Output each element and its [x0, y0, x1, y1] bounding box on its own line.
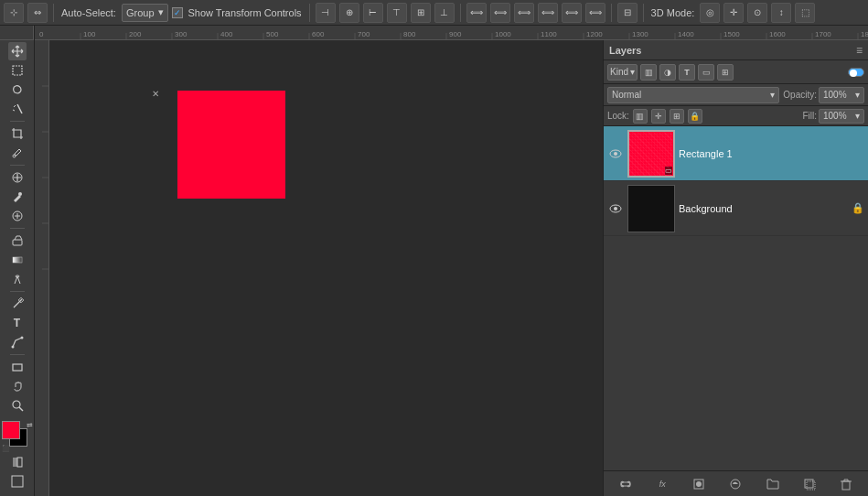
- move-tool-btn[interactable]: [8, 42, 27, 60]
- transform-icon[interactable]: ⇔: [27, 3, 48, 23]
- type-tool-btn[interactable]: T: [8, 314, 27, 332]
- fill-value[interactable]: 100% ▾: [819, 109, 864, 124]
- svg-text:1800: 1800: [861, 30, 868, 38]
- shape-tool-btn[interactable]: [8, 358, 27, 376]
- dodge-tool-btn[interactable]: [8, 270, 27, 288]
- align-center-v-icon[interactable]: ⊞: [411, 3, 431, 23]
- layer-fx-btn[interactable]: fx: [652, 474, 672, 494]
- fg-color-swatch[interactable]: [2, 421, 20, 439]
- layer-group-btn[interactable]: [763, 474, 783, 494]
- filter-shape-btn[interactable]: ▭: [698, 64, 714, 81]
- tool-options-icon[interactable]: ⊹: [4, 3, 24, 23]
- svg-line-18: [19, 407, 23, 411]
- path-select-tool-btn[interactable]: [8, 333, 27, 351]
- align-top-icon[interactable]: ⊤: [387, 3, 407, 23]
- align-right-icon[interactable]: ⊢: [363, 3, 383, 23]
- fill-control: Fill: 100% ▾: [802, 109, 864, 124]
- opacity-value[interactable]: 100% ▾: [819, 87, 864, 103]
- toolbar-separator-4: [611, 4, 612, 22]
- svg-line-3: [13, 110, 15, 111]
- tool-separator-3: [10, 228, 25, 229]
- arrange-icon[interactable]: ⊟: [617, 3, 638, 23]
- svg-text:1300: 1300: [632, 30, 648, 38]
- toolbar-separator-5: [643, 4, 644, 22]
- main-content: 0 100 200 300 400 500 600: [35, 26, 868, 496]
- layer-row-background[interactable]: Background 🔒: [604, 181, 868, 236]
- thumb-type-icon: ▭: [665, 167, 672, 175]
- layers-lockfill-row: Lock: ▥ ✛ ⊞ 🔒 Fill: 100% ▾: [604, 106, 868, 126]
- 3d-slide-icon[interactable]: ↕: [771, 3, 791, 23]
- show-transform-checkbox[interactable]: [172, 7, 183, 18]
- layers-blend-row: Normal ▾ Opacity: 100% ▾: [604, 84, 868, 106]
- align-bottom-icon[interactable]: ⊥: [434, 3, 455, 23]
- layers-filter-bar: Kind ▾ ▥ ◑ T ▭ ⊞: [604, 60, 868, 84]
- lock-label: Lock:: [607, 111, 629, 121]
- layers-panel-close-btn[interactable]: ✕: [152, 89, 159, 99]
- lasso-tool-btn[interactable]: [8, 81, 27, 99]
- quick-mask-btn[interactable]: [8, 453, 27, 471]
- content-area: T ⇄ ⬛: [0, 26, 868, 496]
- 3d-orbit-icon[interactable]: ◎: [700, 3, 720, 23]
- 3d-pan-icon[interactable]: ✛: [723, 3, 744, 23]
- layer-row-rectangle1[interactable]: ▭ Rectangle 1: [604, 126, 868, 181]
- eyedropper-tool-btn[interactable]: [8, 144, 27, 162]
- ruler-svg: 0 100 200 300 400 500 600: [35, 26, 868, 39]
- layer-visibility-btn-background[interactable]: [607, 200, 624, 217]
- distribute-left-icon[interactable]: ⟺: [466, 3, 487, 23]
- heal-tool-btn[interactable]: [8, 168, 27, 187]
- 3d-scale-icon[interactable]: ⬚: [795, 3, 815, 23]
- hand-tool-btn[interactable]: [8, 377, 27, 395]
- distribute-center-v-icon[interactable]: ⟺: [562, 3, 582, 23]
- show-transform-checkbox-area[interactable]: Show Transform Controls: [172, 7, 304, 18]
- lock-all-btn[interactable]: 🔒: [688, 109, 702, 124]
- blend-mode-dropdown[interactable]: Normal ▾: [607, 87, 779, 103]
- swap-colors-btn[interactable]: ⇄: [27, 421, 33, 429]
- layer-add-btn[interactable]: [799, 474, 820, 494]
- lock-artboard-btn[interactable]: ⊞: [670, 109, 684, 124]
- pen-tool-btn[interactable]: [8, 295, 27, 313]
- brush-tool-btn[interactable]: [8, 188, 27, 206]
- fill-label: Fill:: [802, 111, 817, 121]
- filter-adjustment-btn[interactable]: ◑: [659, 64, 676, 81]
- canvas: [49, 40, 603, 496]
- ruler-left: 100 200 300 400 500: [35, 40, 49, 496]
- svg-point-17: [13, 401, 20, 408]
- select-rect-tool-btn[interactable]: [8, 61, 27, 80]
- align-left-icon[interactable]: ⊣: [316, 3, 336, 23]
- filter-toggle[interactable]: [848, 68, 864, 77]
- layers-panel-menu-btn[interactable]: ≡: [856, 44, 863, 57]
- filter-type-dropdown[interactable]: Kind ▾: [607, 64, 638, 81]
- auto-select-dropdown[interactable]: Group ▾: [122, 4, 168, 22]
- layer-mask-btn[interactable]: [689, 474, 709, 494]
- layer-visibility-btn-rectangle1[interactable]: [607, 146, 624, 162]
- layer-link-btn[interactable]: [616, 474, 636, 494]
- crop-tool-btn[interactable]: [8, 124, 27, 143]
- distribute-top-icon[interactable]: ⟺: [538, 3, 558, 23]
- ruler-corner: [0, 26, 34, 40]
- distribute-center-h-icon[interactable]: ⟺: [490, 3, 510, 23]
- layer-adjustment-btn[interactable]: [725, 474, 745, 494]
- svg-text:800: 800: [403, 30, 416, 38]
- show-transform-label: Show Transform Controls: [188, 7, 302, 18]
- zoom-tool-btn[interactable]: [8, 396, 27, 415]
- layers-panel: ✕ Layers ≡ Kind ▾ ▥ ◑ T ▭ ⊞: [603, 40, 868, 496]
- distribute-right-icon[interactable]: ⟺: [514, 3, 534, 23]
- filter-pixel-btn[interactable]: ▥: [640, 64, 657, 81]
- filter-smart-btn[interactable]: ⊞: [717, 64, 734, 81]
- magic-wand-tool-btn[interactable]: [8, 100, 27, 118]
- lock-position-btn[interactable]: ✛: [651, 109, 666, 124]
- 3d-roll-icon[interactable]: ⊙: [747, 3, 767, 23]
- filter-type-btn[interactable]: T: [679, 64, 695, 81]
- layer-delete-btn[interactable]: [836, 474, 856, 494]
- screen-mode-btn[interactable]: [8, 472, 27, 491]
- distribute-bottom-icon[interactable]: ⟺: [585, 3, 605, 23]
- clone-tool-btn[interactable]: [8, 207, 27, 225]
- svg-rect-76: [805, 480, 813, 488]
- lock-pixels-btn[interactable]: ▥: [633, 109, 648, 124]
- svg-point-70: [614, 152, 617, 156]
- gradient-tool-btn[interactable]: [8, 251, 27, 269]
- eraser-tool-btn[interactable]: [8, 232, 27, 250]
- opacity-label: Opacity:: [783, 90, 817, 100]
- default-colors-btn[interactable]: ⬛: [2, 445, 10, 452]
- align-center-h-icon[interactable]: ⊕: [339, 3, 359, 23]
